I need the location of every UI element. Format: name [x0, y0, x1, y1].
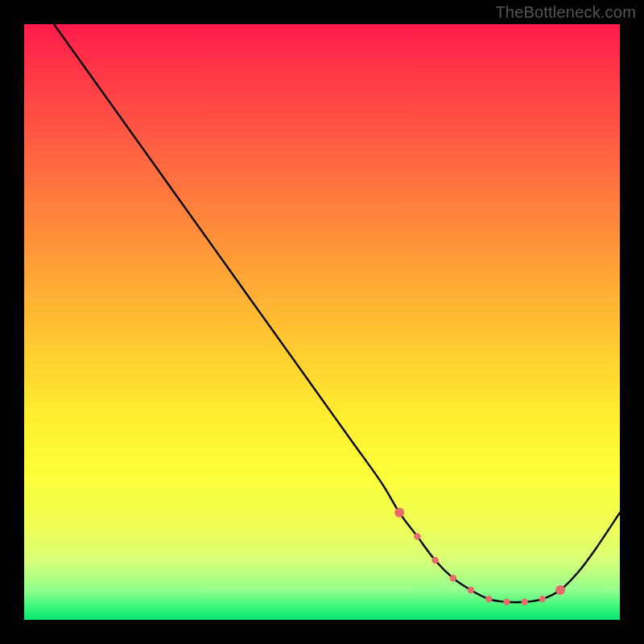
marker-dot [539, 596, 546, 602]
marker-dot [468, 587, 474, 593]
marker-dot [555, 585, 565, 595]
marker-dot [521, 599, 527, 605]
highlighted-points [394, 508, 565, 605]
watermark-text: TheBottleneck.com [495, 3, 636, 22]
marker-dot [394, 508, 404, 518]
marker-dot [503, 599, 510, 605]
marker-dot [414, 533, 420, 539]
curve-svg [24, 24, 620, 620]
marker-dot [431, 557, 438, 564]
bottleneck-curve [54, 24, 620, 602]
marker-dot [485, 596, 492, 602]
plot-area [24, 24, 620, 620]
chart-frame: TheBottleneck.com [0, 0, 644, 644]
marker-dot [450, 575, 456, 581]
